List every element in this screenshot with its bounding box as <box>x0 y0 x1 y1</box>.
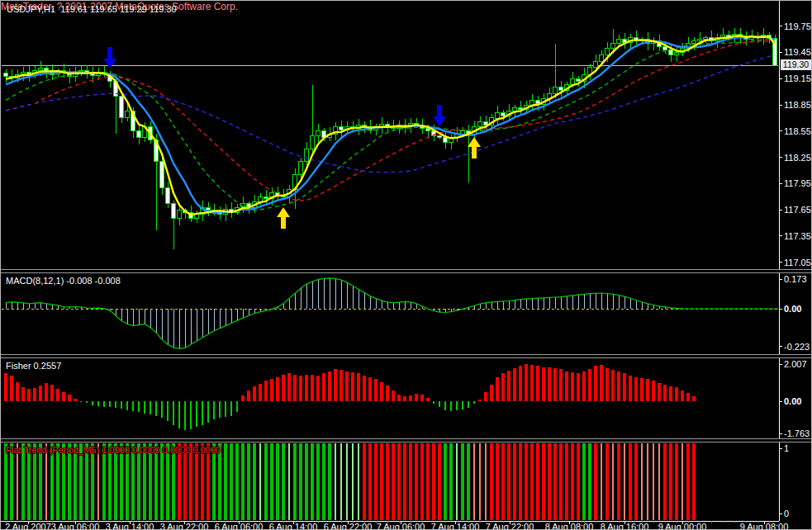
axis-label: 0.173 <box>784 274 807 284</box>
time-axis-label: 7 Aug 14:00 <box>431 522 480 530</box>
axis-label: 117.95 <box>784 178 811 188</box>
time-axis-label: 3 Aug 06:00 <box>51 522 100 530</box>
time-axis[interactable]: 2 Aug 20073 Aug 06:003 Aug 14:003 Aug 22… <box>1 522 812 530</box>
axis-label: 117.65 <box>784 205 811 215</box>
axis-label: 0 <box>784 509 789 518</box>
axis-label: 117.35 <box>784 231 811 241</box>
time-axis-label: 9 Aug 00:00 <box>658 522 707 530</box>
time-axis-label: 7 Aug 06:00 <box>377 522 425 530</box>
time-axis-label: 9 Aug 08:00 <box>740 522 789 530</box>
time-axis-label: 8 Aug 08:00 <box>545 522 594 530</box>
time-axis-label: 8 Aug 16:00 <box>601 522 649 530</box>
time-axis-label: 2 Aug 2007 <box>5 522 51 530</box>
time-axis-label: 3 Aug 22:00 <box>160 522 209 530</box>
axis-label: 119.75 <box>784 21 811 31</box>
time-axis-label: 6 Aug 06:00 <box>215 522 264 530</box>
time-axis-label: 3 Aug 14:00 <box>106 522 154 530</box>
price-axis[interactable]: 119.75119.45119.15118.85118.55118.25117.… <box>1 1 812 521</box>
time-axis-label: 7 Aug 22:00 <box>486 522 534 530</box>
time-axis-label: 6 Aug 14:00 <box>269 522 318 530</box>
axis-label: 118.55 <box>784 126 811 136</box>
axis-label: 119.45 <box>784 47 811 57</box>
time-axis-label: 6 Aug 22:00 <box>324 522 373 530</box>
axis-label: -1.763 <box>784 428 810 438</box>
axis-label: 118.25 <box>784 153 811 163</box>
axis-label: -0.223 <box>784 342 810 352</box>
axis-label: 119.15 <box>784 73 811 83</box>
axis-label: 0.00 <box>784 396 801 406</box>
current-price-tag: 119.30 <box>781 59 811 70</box>
axis-label: 2.007 <box>784 359 807 369</box>
axis-label: 0.00 <box>784 304 801 314</box>
axis-label: 1 <box>784 443 789 453</box>
axis-label: 117.05 <box>784 258 811 267</box>
axis-label: 118.85 <box>784 100 811 110</box>
mt4-chart-window: USDJPY,H1 119.61 119.65 119.29 119.30 MA… <box>0 0 812 530</box>
